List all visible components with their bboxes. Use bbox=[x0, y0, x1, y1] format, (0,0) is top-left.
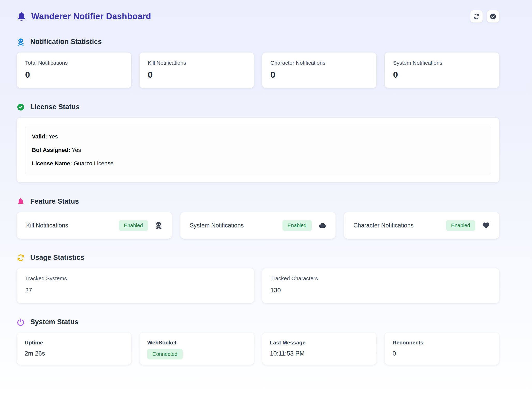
system-card-websocket: WebSocket Connected bbox=[140, 333, 254, 365]
feature-card-character-notifications: Character Notifications Enabled bbox=[344, 212, 499, 239]
section-usage-statistics: Usage Statistics Tracked Systems 27 Trac… bbox=[17, 254, 499, 303]
feature-card-system-notifications: System Notifications Enabled bbox=[180, 212, 336, 239]
feature-status-badge: Enabled bbox=[282, 220, 312, 231]
section-license-status: License Status Valid: Yes Bot Assigned: … bbox=[17, 103, 499, 182]
license-valid-line: Valid: Yes bbox=[32, 133, 484, 140]
license-field-label: Bot Assigned: bbox=[32, 147, 70, 153]
refresh-button[interactable] bbox=[470, 10, 483, 23]
system-label: WebSocket bbox=[147, 339, 246, 346]
dashboard-page: Wanderer Notifier Dashboard bbox=[0, 0, 532, 365]
feature-label: System Notifications bbox=[190, 222, 282, 229]
system-value: 10:11:53 PM bbox=[270, 350, 369, 357]
license-card: Valid: Yes Bot Assigned: Yes License Nam… bbox=[17, 118, 499, 182]
section-title-text: License Status bbox=[30, 103, 80, 111]
skull-crossbones-icon bbox=[17, 38, 25, 46]
check-circle-icon bbox=[17, 103, 25, 111]
license-bot-assigned-line: Bot Assigned: Yes bbox=[32, 147, 484, 153]
license-field-value: Yes bbox=[72, 147, 81, 153]
power-icon bbox=[17, 318, 25, 326]
feature-label: Kill Notifications bbox=[26, 222, 119, 229]
section-title-text: System Status bbox=[30, 318, 78, 326]
feature-status-badge: Enabled bbox=[446, 220, 475, 231]
system-label: Last Message bbox=[270, 339, 369, 346]
stat-value: 0 bbox=[25, 70, 123, 80]
section-system-status: System Status Uptime 2m 26s WebSocket Co… bbox=[17, 318, 499, 365]
license-field-label: License Name: bbox=[32, 160, 72, 167]
refresh-icon bbox=[473, 13, 480, 20]
refresh-icon bbox=[17, 254, 25, 262]
bell-icon bbox=[17, 198, 25, 205]
stat-label: Character Notifications bbox=[271, 60, 368, 66]
usage-card-tracked-systems: Tracked Systems 27 bbox=[17, 268, 254, 303]
usage-card-tracked-characters: Tracked Characters 130 bbox=[262, 268, 499, 303]
system-value: 2m 26s bbox=[25, 350, 123, 357]
section-title-text: Notification Statistics bbox=[30, 38, 102, 46]
stat-value: 0 bbox=[148, 70, 246, 80]
stat-label: Kill Notifications bbox=[148, 60, 246, 66]
stat-value: 0 bbox=[271, 70, 368, 80]
license-name-line: License Name: Guarzo License bbox=[32, 160, 484, 167]
websocket-status-badge: Connected bbox=[147, 349, 183, 359]
usage-label: Tracked Characters bbox=[271, 275, 491, 282]
usage-label: Tracked Systems bbox=[25, 275, 246, 282]
page-title: Wanderer Notifier Dashboard bbox=[31, 11, 151, 21]
system-label: Reconnects bbox=[392, 339, 491, 346]
system-card-uptime: Uptime 2m 26s bbox=[17, 333, 131, 365]
header: Wanderer Notifier Dashboard bbox=[17, 10, 499, 23]
usage-value: 130 bbox=[271, 287, 491, 294]
section-title-text: Usage Statistics bbox=[30, 254, 84, 262]
feature-status-badge: Enabled bbox=[119, 220, 148, 231]
header-actions bbox=[470, 10, 499, 23]
license-field-value: Guarzo License bbox=[74, 160, 113, 167]
system-value: 0 bbox=[392, 350, 491, 357]
feature-label: Character Notifications bbox=[353, 222, 446, 229]
system-card-last-message: Last Message 10:11:53 PM bbox=[262, 333, 377, 365]
stat-card-kill-notifications: Kill Notifications 0 bbox=[140, 53, 254, 88]
section-feature-status: Feature Status Kill Notifications Enable… bbox=[17, 197, 499, 239]
stat-label: Total Notifications bbox=[25, 60, 123, 66]
check-circle-icon bbox=[490, 13, 496, 20]
stat-card-total-notifications: Total Notifications 0 bbox=[17, 53, 131, 88]
stat-card-system-notifications: System Notifications 0 bbox=[385, 53, 499, 88]
status-check-button[interactable] bbox=[487, 10, 499, 23]
license-field-label: Valid: bbox=[32, 133, 47, 140]
skull-crossbones-icon bbox=[155, 222, 163, 229]
usage-value: 27 bbox=[25, 287, 246, 294]
section-title-text: Feature Status bbox=[30, 197, 79, 205]
license-field-value: Yes bbox=[48, 133, 58, 140]
system-label: Uptime bbox=[25, 339, 123, 346]
stat-label: System Notifications bbox=[393, 60, 491, 66]
license-details: Valid: Yes Bot Assigned: Yes License Nam… bbox=[25, 126, 491, 174]
feature-card-kill-notifications: Kill Notifications Enabled bbox=[17, 212, 172, 239]
stat-card-character-notifications: Character Notifications 0 bbox=[262, 53, 377, 88]
cloud-icon bbox=[318, 222, 326, 229]
bell-icon bbox=[17, 11, 26, 21]
heart-icon bbox=[482, 222, 490, 229]
section-notification-statistics: Notification Statistics Total Notificati… bbox=[17, 38, 499, 88]
system-card-reconnects: Reconnects 0 bbox=[385, 333, 499, 365]
stat-value: 0 bbox=[393, 70, 491, 80]
